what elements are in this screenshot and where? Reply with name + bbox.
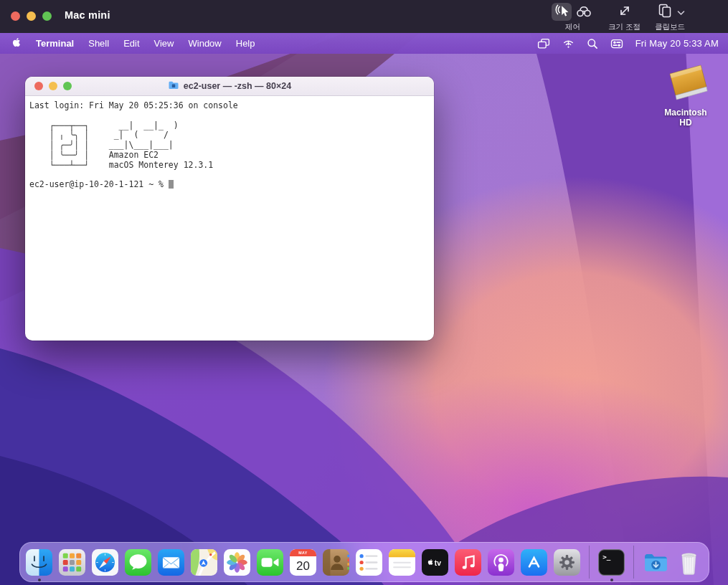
- clipboard-group: 클립보드: [655, 2, 685, 32]
- control-mode-label: 제어: [565, 22, 580, 32]
- terminal-dock-icon[interactable]: >_: [598, 549, 625, 576]
- dock-separator: [589, 546, 590, 579]
- terminal-zoom-button[interactable]: [63, 82, 72, 90]
- messages-dock-icon[interactable]: [125, 549, 151, 576]
- menu-shell[interactable]: Shell: [81, 38, 116, 49]
- home-folder-icon: [168, 80, 179, 92]
- apple-tv-dock-icon[interactable]: tv: [422, 549, 448, 576]
- resize-label: 크기 조절: [608, 22, 640, 32]
- terminal-traffic-lights: [34, 82, 72, 90]
- mail-dock-icon[interactable]: [158, 549, 184, 576]
- svg-text:MAY: MAY: [298, 551, 308, 555]
- menu-help[interactable]: Help: [229, 38, 263, 49]
- maps-dock-icon[interactable]: [191, 549, 217, 576]
- apple-menu[interactable]: [9, 37, 29, 50]
- facetime-dock-icon[interactable]: [257, 549, 283, 576]
- binoculars-icon: [575, 3, 592, 22]
- resize-group: 크기 조절: [608, 2, 640, 32]
- disk-label: Macintosh HD: [659, 108, 712, 128]
- control-mode-button[interactable]: [552, 3, 572, 21]
- minimize-button[interactable]: [27, 11, 36, 21]
- podcasts-dock-icon[interactable]: [488, 549, 514, 576]
- clipboard-label: 클립보드: [655, 22, 685, 32]
- finder-dock-icon[interactable]: [26, 549, 52, 576]
- screen-sharing-toolbar: 제어 크기 조절: [552, 2, 685, 32]
- close-button[interactable]: [11, 11, 20, 21]
- hard-drive-icon: [661, 93, 711, 105]
- menu-terminal[interactable]: Terminal: [29, 38, 81, 49]
- music-dock-icon[interactable]: [455, 549, 481, 576]
- terminal-close-button[interactable]: [34, 82, 43, 90]
- observe-mode-button[interactable]: [574, 3, 594, 21]
- svg-text:20: 20: [296, 558, 310, 572]
- svg-text:>_: >_: [602, 552, 611, 560]
- menubar-clock[interactable]: Fri May 20 5:33 AM: [635, 38, 719, 49]
- safari-dock-icon[interactable]: [92, 549, 118, 576]
- system-preferences-dock-icon[interactable]: [554, 549, 580, 576]
- macos-menubar: Terminal Shell Edit View Window Help: [0, 33, 728, 54]
- window-title: Mac mini: [65, 9, 110, 21]
- chevron-down-icon[interactable]: [677, 6, 685, 19]
- trash-dock-icon[interactable]: [676, 549, 702, 576]
- svg-text:tv: tv: [435, 558, 441, 566]
- remote-desktop: Terminal Shell Edit View Window Help: [0, 33, 728, 585]
- window-traffic-lights: [11, 11, 52, 21]
- launchpad-dock-icon[interactable]: [59, 549, 85, 576]
- control-cursor-icon: [554, 3, 569, 22]
- terminal-prompt-row[interactable]: ec2-user@ip-10-20-1-121 ~ %: [29, 180, 428, 190]
- terminal-titlebar[interactable]: ec2-user — -zsh — 80×24: [25, 77, 434, 96]
- terminal-running-indicator: [610, 579, 613, 581]
- wifi-alert-icon[interactable]: [562, 38, 575, 49]
- terminal-title: ec2-user — -zsh — 80×24: [184, 81, 291, 91]
- macintosh-hd-desktop-icon[interactable]: Macintosh HD: [659, 62, 712, 128]
- apple-logo-icon: [11, 37, 22, 50]
- downloads-folder-dock-icon[interactable]: [643, 549, 669, 576]
- menu-window[interactable]: Window: [181, 38, 229, 49]
- terminal-cursor: [169, 180, 174, 189]
- clipboard-icon: [656, 3, 673, 22]
- resize-arrows-icon: [617, 3, 633, 22]
- spotlight-search-icon[interactable]: [587, 38, 598, 49]
- control-mode-group: 제어: [552, 2, 594, 32]
- control-center-icon[interactable]: [610, 38, 623, 49]
- contacts-dock-icon[interactable]: [323, 549, 349, 576]
- dock-separator: [633, 546, 634, 579]
- zoom-button[interactable]: [42, 11, 52, 21]
- menu-view[interactable]: View: [147, 38, 181, 49]
- displays-icon[interactable]: [537, 38, 550, 49]
- app-store-dock-icon[interactable]: [521, 549, 547, 576]
- terminal-output: Last login: Fri May 20 05:25:36 on conso…: [29, 101, 428, 171]
- clipboard-button[interactable]: [655, 3, 675, 21]
- screen-sharing-titlebar: Mac mini: [0, 0, 728, 33]
- photos-dock-icon[interactable]: [224, 549, 250, 576]
- finder-running-indicator: [38, 579, 41, 581]
- menu-edit[interactable]: Edit: [116, 38, 146, 49]
- resize-button[interactable]: [615, 3, 635, 21]
- notes-dock-icon[interactable]: [389, 549, 415, 576]
- terminal-minimize-button[interactable]: [49, 82, 57, 90]
- dock: MAY 20: [19, 542, 709, 582]
- terminal-window: ec2-user — -zsh — 80×24 Last login: Fri …: [25, 77, 434, 341]
- terminal-content[interactable]: Last login: Fri May 20 05:25:36 on conso…: [25, 96, 434, 190]
- calendar-dock-icon[interactable]: MAY 20: [290, 549, 316, 576]
- reminders-dock-icon[interactable]: [356, 549, 382, 576]
- terminal-prompt: ec2-user@ip-10-20-1-121 ~ %: [29, 179, 169, 189]
